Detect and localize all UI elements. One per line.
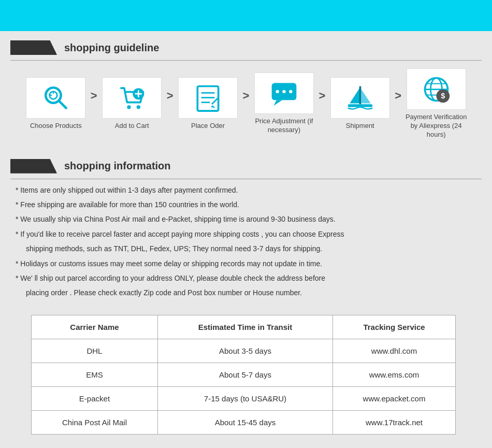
step-label-3: Place Oder — [191, 122, 225, 131]
arrow-1: > — [91, 89, 97, 103]
info-line-8: placing order . Please check exactly Zip… — [16, 287, 476, 298]
cart-icon — [118, 83, 146, 112]
svg-text:$: $ — [441, 91, 445, 99]
info-line-6: * Holidays or customs issues may meet so… — [16, 258, 476, 269]
svg-point-19 — [282, 90, 285, 93]
step-label-4: Price Adjustment (if necessary) — [253, 117, 315, 135]
table-row: China Post Ail MailAbout 15-45 dayswww.1… — [32, 410, 456, 434]
guideline-header: shopping guideline — [10, 40, 482, 55]
steps-container: Choose Products > Add to Cart > — [0, 61, 492, 150]
col-transit: Estimated Time in Transit — [157, 315, 332, 339]
table-cell-1-1: About 5-7 days — [157, 363, 332, 386]
table-row: DHLAbout 3-5 dayswww.dhl.com — [32, 339, 456, 363]
step-icon-box-2 — [102, 77, 162, 119]
table-row: E-packet7-15 days (to USA&RU)www.epacket… — [32, 386, 456, 410]
step-icon-box-6: $ — [407, 68, 466, 110]
step-label-2: Add to Cart — [115, 122, 149, 131]
arrow-3: > — [243, 89, 250, 103]
table-cell-0-0: DHL — [32, 339, 158, 363]
table-cell-2-0: E-packet — [32, 386, 158, 410]
svg-point-18 — [276, 90, 279, 93]
svg-marker-22 — [361, 89, 370, 104]
info-line-2: * Free shipping are available for more t… — [16, 199, 476, 210]
table-cell-1-0: EMS — [32, 363, 158, 386]
globe-icon: $ — [422, 75, 451, 104]
svg-rect-23 — [359, 86, 361, 105]
step-label-5: Shipment — [346, 122, 374, 131]
guideline-title: shopping guideline — [64, 42, 159, 54]
arrow-5: > — [395, 89, 401, 103]
info-line-5: shipping methods, such as TNT, DHL, Fede… — [16, 243, 476, 254]
step-shipment: Shipment — [326, 77, 394, 131]
info-header: shopping information — [10, 159, 482, 174]
step-icon-box-3 — [178, 77, 238, 119]
table-cell-3-0: China Post Ail Mail — [32, 410, 158, 434]
step-icon-box-4 — [254, 73, 314, 114]
arrow-2: > — [167, 89, 173, 103]
step-add-cart: Add to Cart — [98, 77, 166, 131]
table-cell-2-1: 7-15 days (to USA&RU) — [157, 386, 332, 410]
arrow-4: > — [319, 89, 325, 103]
step-icon-box-1 — [26, 77, 85, 119]
step-place-order: Place Oder — [175, 77, 242, 131]
col-tracking: Tracking Service — [333, 315, 456, 339]
table-cell-0-2: www.dhl.com — [333, 339, 456, 363]
table-cell-0-1: About 3-5 days — [157, 339, 332, 363]
step-price-adj: Price Adjustment (if necessary) — [250, 73, 317, 135]
shipping-table-container: Carrier Name Estimated Time in Transit T… — [31, 315, 476, 435]
table-cell-3-2: www.17track.net — [333, 410, 456, 434]
form-icon — [194, 83, 222, 112]
shipping-table: Carrier Name Estimated Time in Transit T… — [31, 315, 456, 435]
info-title: shopping information — [64, 160, 171, 172]
svg-point-6 — [137, 106, 140, 109]
table-cell-3-1: About 15-45 days — [157, 410, 332, 434]
search-icon — [41, 83, 70, 112]
step-icon-box-5 — [330, 77, 390, 119]
svg-marker-17 — [273, 100, 282, 106]
step-choose-products: Choose Products — [22, 77, 90, 131]
svg-rect-10 — [197, 86, 218, 111]
info-line-3: * We usually ship via China Post Air mai… — [16, 213, 476, 225]
chat-icon — [270, 79, 298, 108]
top-banner — [0, 0, 492, 31]
svg-line-1 — [59, 100, 66, 108]
table-header-row: Carrier Name Estimated Time in Transit T… — [32, 315, 456, 339]
svg-point-5 — [127, 106, 131, 109]
table-cell-2-2: www.epacket.com — [333, 386, 456, 410]
ship-icon — [346, 83, 374, 112]
col-carrier: Carrier Name — [32, 315, 158, 339]
table-cell-1-2: www.ems.com — [333, 363, 456, 386]
info-section: * Items are only shipped out within 1-3 … — [0, 179, 492, 310]
svg-marker-15 — [211, 106, 215, 109]
info-line-4: * If you'd like to receive parcel faster… — [16, 228, 476, 240]
header-stripe-decoration-2 — [10, 159, 57, 174]
svg-marker-21 — [350, 88, 360, 104]
step-payment-verify: $ Payment Verification by Aliexpress (24… — [402, 68, 470, 139]
step-label-6: Payment Verification by Aliexpress (24 h… — [405, 113, 467, 139]
table-row: EMSAbout 5-7 dayswww.ems.com — [32, 363, 456, 386]
info-line-7: * We' ll ship out parcel according to yo… — [16, 272, 476, 284]
svg-point-20 — [289, 90, 292, 93]
step-label-1: Choose Products — [30, 122, 82, 131]
svg-line-14 — [212, 98, 219, 105]
header-stripe-decoration — [10, 40, 57, 55]
info-line-1: * Items are only shipped out within 1-3 … — [16, 184, 476, 196]
